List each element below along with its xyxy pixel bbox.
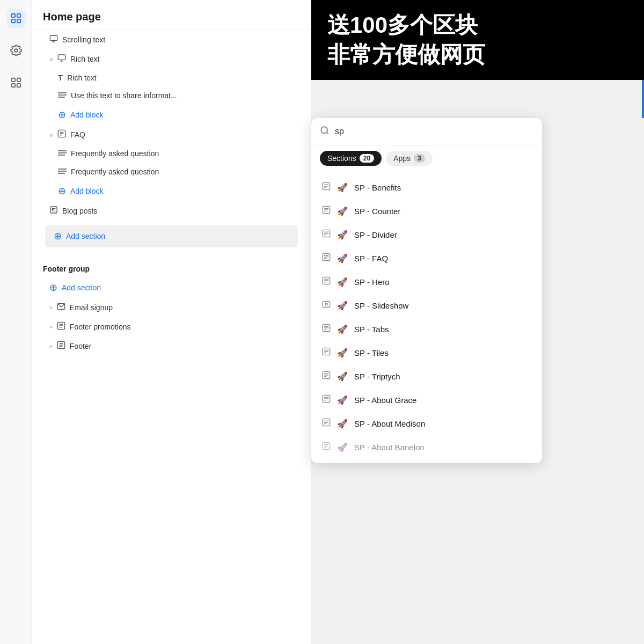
add-block-button-2[interactable]: ⊕ Add block <box>32 181 311 201</box>
tree-item-footer[interactable]: > Footer <box>32 336 311 356</box>
tree-item-rich-text[interactable]: ∨ Rich text <box>32 49 311 69</box>
page-title: Home page <box>32 0 311 30</box>
tree-label: Footer promotions <box>70 323 131 331</box>
tree-label: Frequently asked question <box>71 149 159 158</box>
result-item-tabs[interactable]: 🚀 SP - Tabs <box>311 317 542 341</box>
chevron-icon: ∨ <box>49 132 53 138</box>
result-item-hero[interactable]: 🚀 SP - Hero <box>311 270 542 294</box>
tab-sections-count: 20 <box>360 154 374 163</box>
add-block-label: Add block <box>70 111 103 119</box>
tree-item-faq-q2[interactable]: Frequently asked question <box>32 163 311 181</box>
section-icon <box>322 253 331 264</box>
rocket-emoji: 🚀 <box>337 395 348 405</box>
result-item-faq[interactable]: 🚀 SP - FAQ <box>311 246 542 270</box>
tab-sections[interactable]: Sections 20 <box>320 151 382 166</box>
tree-label: Email signup <box>70 303 113 312</box>
tree-item-rich-text-child[interactable]: T Rich text <box>32 69 311 86</box>
tree-label: Frequently asked question <box>71 167 159 176</box>
search-icon <box>320 126 330 137</box>
result-item-about-grace[interactable]: 🚀 SP - About Grace <box>311 388 542 412</box>
result-item-slideshow[interactable]: 🚀 SP - Slideshow <box>311 294 542 317</box>
result-label: SP - About Medison <box>354 419 425 428</box>
svg-rect-9 <box>50 35 57 40</box>
rocket-emoji: 🚀 <box>337 419 348 429</box>
settings-button[interactable] <box>6 41 26 60</box>
result-item-about-banelon[interactable]: 🚀 SP - About Banelon <box>311 435 542 459</box>
chevron-icon: > <box>49 305 53 311</box>
result-item-benefits[interactable]: 🚀 SP - Benefits <box>311 175 542 199</box>
section-icon <box>322 206 331 216</box>
layers-button[interactable] <box>6 9 26 28</box>
add-block-button-1[interactable]: ⊕ Add block <box>32 105 311 125</box>
section-icon <box>322 371 331 382</box>
app-container: Home page Scrolling text ∨ <box>0 0 644 644</box>
footer-icon <box>57 341 65 352</box>
footer-group-title: Footer group <box>32 256 311 277</box>
tree-item-blog-posts[interactable]: Blog posts <box>32 201 311 221</box>
search-input-wrapper <box>311 118 542 145</box>
section-icon <box>322 418 331 429</box>
tree-item-faq-q1[interactable]: Frequently asked question <box>32 144 311 163</box>
tab-apps[interactable]: Apps 3 <box>386 151 433 166</box>
result-label: SP - About Grace <box>354 396 416 405</box>
tree-item-scrolling-text[interactable]: Scrolling text <box>32 30 311 49</box>
search-panel: Sections 20 Apps 3 <box>311 118 542 463</box>
tab-apps-label: Apps <box>393 154 411 163</box>
add-section-button[interactable]: ⊕ Add section <box>45 225 298 247</box>
rocket-emoji: 🚀 <box>337 182 348 193</box>
rocket-emoji: 🚀 <box>337 277 348 287</box>
section-icon <box>322 229 331 240</box>
section-icon <box>322 442 331 452</box>
result-item-divider[interactable]: 🚀 SP - Divider <box>311 223 542 246</box>
section-icon <box>322 324 331 334</box>
result-item-tiles[interactable]: 🚀 SP - Tiles <box>311 341 542 364</box>
tree-item-footer-promotions[interactable]: > Footer promotions <box>32 317 311 336</box>
svg-rect-0 <box>11 14 14 17</box>
result-item-triptych[interactable]: 🚀 SP - Triptych <box>311 364 542 388</box>
add-section-label: Add section <box>66 232 105 240</box>
svg-rect-3 <box>17 19 20 23</box>
tree-item-use-this-text[interactable]: Use this text to share informat... <box>32 86 311 105</box>
svg-point-61 <box>325 303 327 305</box>
faq-icon <box>57 129 66 140</box>
section-icon <box>322 394 331 405</box>
svg-rect-12 <box>58 55 65 60</box>
text-lines-icon <box>58 91 67 100</box>
svg-rect-1 <box>17 14 20 17</box>
rocket-emoji: 🚀 <box>337 324 348 334</box>
right-area: 送100多个区块 非常方便做网页 Sections 20 <box>311 0 644 644</box>
result-item-about-medison[interactable]: 🚀 SP - About Medison <box>311 412 542 435</box>
rocket-emoji: 🚀 <box>337 442 348 452</box>
plus-circle-icon: ⊕ <box>54 230 62 242</box>
svg-rect-6 <box>17 78 20 82</box>
search-input[interactable] <box>335 127 533 136</box>
slideshow-icon <box>322 300 331 311</box>
footer-add-section-button[interactable]: ⊕ Add section <box>32 277 311 298</box>
svg-rect-60 <box>323 302 330 308</box>
svg-rect-2 <box>11 19 14 23</box>
result-item-counter[interactable]: 🚀 SP - Counter <box>311 199 542 223</box>
tree-item-faq[interactable]: ∨ FAQ <box>32 125 311 144</box>
grid-button[interactable] <box>6 73 26 92</box>
plus-circle-icon: ⊕ <box>58 109 66 121</box>
add-section-label: Add section <box>62 283 101 292</box>
page-tree-panel: Home page Scrolling text ∨ <box>32 0 311 644</box>
svg-point-4 <box>14 49 18 52</box>
add-block-label: Add block <box>70 187 103 195</box>
svg-rect-5 <box>11 78 14 82</box>
rocket-emoji: 🚀 <box>337 371 348 382</box>
chevron-icon: ∨ <box>49 56 53 62</box>
banner-line2: 非常方便做网页 <box>327 40 628 70</box>
result-label: SP - Slideshow <box>354 301 408 310</box>
result-label: SP - Benefits <box>354 183 401 192</box>
section-icon <box>49 34 58 45</box>
svg-rect-7 <box>11 84 14 87</box>
rocket-emoji: 🚀 <box>337 253 348 264</box>
tree-item-email-signup[interactable]: > Email signup <box>32 298 311 317</box>
rocket-emoji: 🚀 <box>337 230 348 240</box>
svg-rect-8 <box>17 84 20 87</box>
email-icon <box>57 302 65 313</box>
result-label: SP - Triptych <box>354 372 400 381</box>
text-lines-icon <box>58 149 67 158</box>
text-lines-icon <box>58 167 67 177</box>
